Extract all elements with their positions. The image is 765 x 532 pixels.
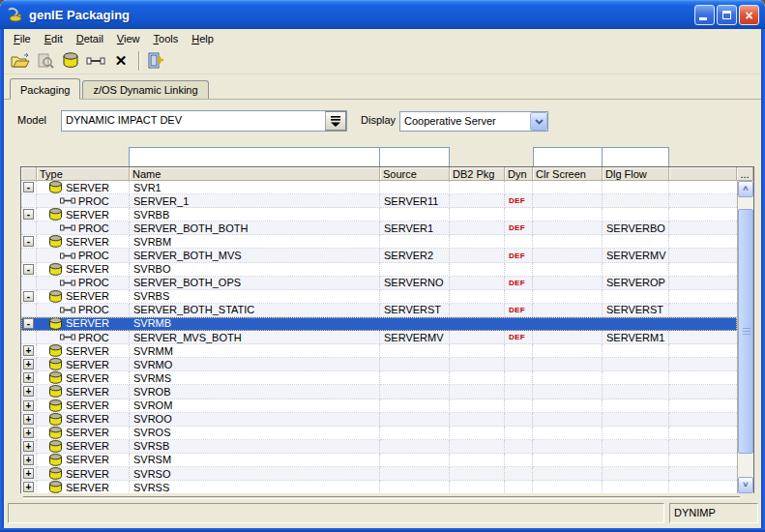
table-row[interactable]: + SERVER SVROS: [21, 427, 737, 440]
menu-edit[interactable]: Edit: [38, 31, 70, 46]
vertical-scrollbar[interactable]: ˄ ˅: [737, 181, 753, 493]
display-dropdown-button[interactable]: [530, 112, 547, 131]
open-button[interactable]: [9, 49, 32, 72]
column-header-name[interactable]: Name: [130, 167, 380, 181]
expand-toggle[interactable]: +: [23, 345, 34, 356]
clr-screen-filter-input[interactable]: [533, 147, 603, 167]
dlg-flow-cell: [603, 481, 669, 493]
name-cell: SERVER_MVS_BOTH: [130, 331, 380, 344]
find-button[interactable]: [34, 49, 57, 72]
menu-detail[interactable]: Detail: [70, 31, 110, 46]
dlg-flow-filter-input[interactable]: [602, 147, 669, 167]
table-row[interactable]: - SERVER SVRBM: [21, 235, 737, 249]
table-row[interactable]: + SERVER SVROB: [21, 385, 737, 399]
expand-toggle[interactable]: +: [23, 428, 34, 438]
grid-rows: - SERVER SVR1: [21, 181, 737, 493]
db2-pkg-cell: [450, 481, 505, 493]
table-row[interactable]: PROC SERVER_BOTH_OPS SERVERNO DEF SERVER…: [21, 277, 737, 290]
table-row[interactable]: + SERVER SVRSM: [21, 454, 737, 467]
model-combo[interactable]: DYNAMIC IMPACT DEV: [61, 110, 347, 132]
model-dropdown-button[interactable]: [325, 111, 346, 131]
source-filter-input[interactable]: [379, 147, 450, 167]
column-header-type[interactable]: Type: [37, 167, 130, 181]
table-row[interactable]: + SERVER SVRSS: [21, 481, 737, 493]
table-row[interactable]: PROC SERVER_BOTH_STATIC SERVERST DEF SER…: [21, 304, 737, 317]
table-row[interactable]: + SERVER SVRSO: [21, 467, 737, 481]
server-icon: [48, 263, 63, 276]
dyn-cell: [505, 481, 533, 493]
expand-toggle[interactable]: +: [23, 441, 34, 452]
table-row[interactable]: PROC SERVER_BOTH_BOTH SERVER1 DEF SERVER…: [21, 222, 737, 235]
column-header-db2-pkg[interactable]: DB2 Pkg: [450, 167, 505, 181]
dlg-flow-cell: [603, 290, 669, 304]
column-header-dyn[interactable]: Dyn: [505, 167, 533, 181]
minimize-button[interactable]: [694, 5, 715, 25]
expand-toggle[interactable]: +: [23, 400, 34, 411]
column-header-8[interactable]: [669, 167, 737, 181]
delete-button[interactable]: ✕: [109, 49, 132, 72]
spacer-cell: [669, 222, 737, 235]
spacer-cell: [669, 290, 737, 304]
expand-toggle[interactable]: -: [23, 236, 34, 247]
form-row: Model DYNAMIC IMPACT DEV Display Coopera…: [4, 110, 761, 133]
table-row[interactable]: PROC SERVER_1 SERVER11 DEF: [21, 194, 737, 208]
table-row[interactable]: - SERVER SVRBS: [21, 290, 737, 304]
table-row[interactable]: - SERVER SVRMB: [21, 317, 737, 331]
table-row[interactable]: - SERVER SVR1: [21, 181, 737, 194]
expand-toggle[interactable]: +: [23, 372, 34, 383]
expand-toggle[interactable]: -: [23, 318, 34, 329]
scroll-down-button[interactable]: ˅: [738, 477, 753, 493]
database-button[interactable]: [59, 49, 82, 72]
expand-toggle[interactable]: +: [23, 359, 34, 369]
maximize-button[interactable]: [717, 5, 737, 25]
expand-toggle[interactable]: -: [23, 209, 34, 220]
expand-toggle[interactable]: -: [23, 182, 34, 192]
type-label: SERVER: [66, 427, 109, 438]
expand-toggle[interactable]: -: [23, 291, 34, 302]
name-filter-input[interactable]: [129, 147, 380, 167]
table-row[interactable]: PROC SERVER_MVS_BOTH SERVERMV DEF SERVER…: [21, 331, 737, 344]
spacer-cell: [669, 277, 737, 290]
chevron-down-icon: ˅: [743, 481, 748, 489]
table-row[interactable]: + SERVER SVRMS: [21, 371, 737, 385]
delete-icon: ✕: [115, 53, 128, 68]
expand-toggle[interactable]: +: [23, 482, 34, 492]
menu-view[interactable]: View: [110, 31, 147, 46]
spacer-cell: [669, 371, 737, 385]
table-row[interactable]: PROC SERVER_BOTH_MVS SERVER2 DEF SERVERM…: [21, 249, 737, 262]
column-header-0[interactable]: [21, 167, 37, 181]
table-row[interactable]: - SERVER SVRBB: [21, 208, 737, 222]
expand-toggle[interactable]: +: [23, 455, 34, 465]
expand-toggle[interactable]: +: [23, 386, 34, 397]
clr-screen-cell: [533, 235, 603, 249]
scrollbar-thumb[interactable]: [738, 209, 753, 454]
menu-tools[interactable]: Tools: [147, 31, 186, 46]
tab-z-os-dynamic-linking[interactable]: z/OS Dynamic Linking: [82, 80, 208, 99]
table-row[interactable]: + SERVER SVRMO: [21, 358, 737, 371]
table-row[interactable]: + SERVER SVRSB: [21, 440, 737, 454]
display-combo[interactable]: Cooperative Server: [399, 111, 548, 132]
column-header-source[interactable]: Source: [380, 167, 450, 181]
clr-screen-cell: [533, 481, 603, 493]
expand-toggle[interactable]: -: [23, 264, 34, 275]
table-row[interactable]: + SERVER SVRMM: [21, 344, 737, 358]
name-cell: SVRBB: [130, 208, 380, 222]
dropdown-arrow-icon: [330, 116, 341, 127]
exit-button[interactable]: [144, 49, 167, 72]
column-header--[interactable]: ...: [737, 167, 753, 181]
column-header-dlg-flow[interactable]: Dlg Flow: [603, 167, 669, 181]
close-button[interactable]: ×: [739, 5, 759, 25]
dlg-flow-cell: [603, 413, 669, 427]
link-button[interactable]: [84, 49, 107, 72]
menu-file[interactable]: File: [7, 31, 38, 46]
table-row[interactable]: + SERVER SVROO: [21, 413, 737, 427]
scroll-up-button[interactable]: ˄: [738, 181, 753, 197]
tab-packaging[interactable]: Packaging: [10, 78, 80, 100]
menu-help[interactable]: Help: [185, 31, 221, 46]
column-header-clr-screen[interactable]: Clr Screen: [533, 167, 603, 181]
db2-pkg-cell: [450, 344, 505, 358]
table-row[interactable]: + SERVER SVROM: [21, 399, 737, 413]
expand-toggle[interactable]: +: [23, 414, 34, 425]
expand-toggle[interactable]: +: [23, 468, 34, 479]
table-row[interactable]: - SERVER SVRBO: [21, 263, 737, 277]
